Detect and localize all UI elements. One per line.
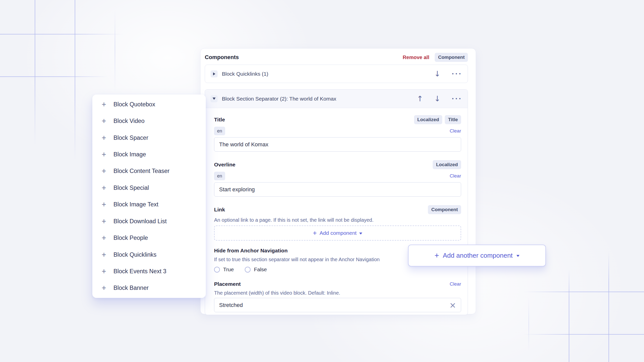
placement-input-value: Stretched [219, 302, 243, 308]
field-link: Link Component An optional link to a pag… [214, 205, 461, 241]
component-row-block-quicklinks[interactable]: Block Quicklinks (1) ↓ ••• [205, 65, 468, 83]
field-label: Overline [214, 162, 235, 168]
field-title: Title Localized Title en Clear The world… [214, 115, 461, 152]
menu-item-label: Block Quicklinks [113, 251, 156, 258]
menu-item-block-content-teaser[interactable]: + Block Content Teaser [92, 163, 206, 179]
plus-icon: + [434, 252, 439, 259]
field-label: Title [214, 117, 225, 123]
plus-icon: + [102, 217, 108, 225]
add-another-component-button[interactable]: + Add another component [408, 245, 546, 266]
menu-item-block-events-next-3[interactable]: + Block Events Next 3 [92, 263, 206, 280]
menu-item-block-video[interactable]: + Block Video [92, 113, 206, 129]
radio-true[interactable]: True [214, 266, 234, 273]
locale-tab-en[interactable]: en [214, 127, 225, 135]
localized-badge: Localized [433, 160, 461, 169]
menu-item-block-download-list[interactable]: + Block Download List [92, 213, 206, 230]
component-card-actions: ↑ ↓ ••• [417, 95, 462, 103]
move-down-icon[interactable]: ↓ [434, 95, 440, 103]
grid-line [529, 297, 529, 352]
overline-input[interactable]: Start exploring [214, 182, 461, 197]
remove-all-button[interactable]: Remove all [403, 55, 429, 60]
field-badges: Localized Title [414, 115, 461, 124]
components-panel: Components Remove all Component Block Qu… [200, 48, 476, 314]
menu-item-block-special[interactable]: + Block Special [92, 179, 206, 196]
menu-item-block-image-text[interactable]: + Block Image Text [92, 196, 206, 213]
caret-down-icon [359, 233, 362, 235]
clear-value-icon[interactable]: × [449, 301, 456, 309]
overline-input-value: Start exploring [219, 186, 255, 193]
title-input-value: The world of Komax [219, 141, 268, 148]
grid-line [609, 251, 609, 362]
clear-link[interactable]: Clear [450, 281, 461, 287]
plus-icon: + [102, 267, 108, 275]
field-label: Placement [214, 281, 241, 287]
plus-icon: + [102, 134, 108, 142]
add-another-component-label: Add another component [443, 252, 513, 259]
add-component-label: Add component [319, 230, 356, 236]
grid-line [115, 10, 115, 93]
component-type-badge: Component [435, 53, 468, 62]
add-component-button[interactable]: + Add component [214, 225, 461, 241]
component-card-section-separator: Block Section Separator (2): The world o… [205, 89, 468, 315]
locale-tab-en[interactable]: en [214, 172, 225, 180]
menu-item-block-spacer[interactable]: + Block Spacer [92, 129, 206, 146]
collapse-chevron-button[interactable] [211, 95, 218, 102]
plus-icon: + [102, 184, 108, 192]
menu-item-label: Block People [113, 235, 148, 241]
plus-icon: + [102, 101, 108, 108]
component-card-body: Title Localized Title en Clear The world… [205, 108, 468, 315]
field-overline: Overline Localized en Clear Start explor… [214, 160, 461, 197]
title-input[interactable]: The world of Komax [214, 137, 461, 152]
title-badge: Title [445, 115, 461, 124]
component-row-actions: ↓ ••• [434, 70, 462, 78]
component-row-title: Block Quicklinks (1) [222, 71, 268, 77]
chevron-right-icon [213, 72, 215, 75]
field-label: Hide from Anchor Navigation [214, 248, 288, 254]
menu-item-label: Block Quotebox [113, 101, 155, 108]
expand-chevron-button[interactable] [211, 70, 218, 77]
plus-icon: + [102, 117, 108, 125]
component-card-title: Block Section Separator (2): The world o… [222, 96, 336, 102]
grid-line [35, 0, 35, 146]
plus-icon: + [102, 284, 108, 292]
radio-true-label: True [223, 266, 234, 273]
plus-icon: + [313, 230, 317, 237]
menu-item-label: Block Image [113, 151, 146, 158]
menu-item-block-people[interactable]: + Block People [92, 230, 206, 246]
panel-header-actions: Remove all Component [403, 53, 468, 62]
menu-item-block-banner[interactable]: + Block Banner [92, 280, 206, 296]
chevron-down-icon [213, 98, 216, 100]
menu-item-block-quotebox[interactable]: + Block Quotebox [92, 96, 206, 113]
menu-item-block-quicklinks[interactable]: + Block Quicklinks [92, 246, 206, 263]
radio-false[interactable]: False [245, 266, 267, 273]
menu-item-label: Block Image Text [113, 201, 158, 208]
clear-link[interactable]: Clear [450, 128, 461, 134]
grid-line [523, 334, 644, 335]
plus-icon: + [102, 151, 108, 158]
component-card-header[interactable]: Block Section Separator (2): The world o… [205, 89, 468, 108]
plus-icon: + [102, 234, 108, 242]
move-up-icon[interactable]: ↑ [417, 95, 423, 103]
plus-icon: + [102, 201, 108, 208]
menu-item-label: Block Content Teaser [113, 168, 170, 174]
placement-input[interactable]: Stretched × [214, 298, 461, 312]
page-title: Components [205, 54, 239, 61]
menu-item-label: Block Banner [113, 285, 149, 291]
panel-header: Components Remove all Component [205, 54, 468, 61]
move-down-icon[interactable]: ↓ [434, 70, 440, 78]
radio-false-label: False [254, 266, 267, 273]
component-picker-menu: + Block Quotebox + Block Video + Block S… [92, 95, 206, 298]
component-badge: Component [428, 205, 461, 214]
menu-item-label: Block Download List [113, 218, 167, 225]
localized-badge: Localized [414, 115, 442, 124]
radio-group: True False [214, 266, 461, 273]
field-description: The placement (width) of this video bloc… [214, 290, 461, 296]
menu-item-label: Block Special [113, 185, 149, 191]
more-options-icon[interactable]: ••• [452, 71, 462, 76]
plus-icon: + [102, 251, 108, 259]
clear-link[interactable]: Clear [450, 173, 461, 179]
grid-line [75, 0, 75, 161]
menu-item-block-image[interactable]: + Block Image [92, 146, 206, 163]
more-options-icon[interactable]: ••• [452, 96, 462, 101]
menu-item-label: Block Video [113, 118, 145, 124]
